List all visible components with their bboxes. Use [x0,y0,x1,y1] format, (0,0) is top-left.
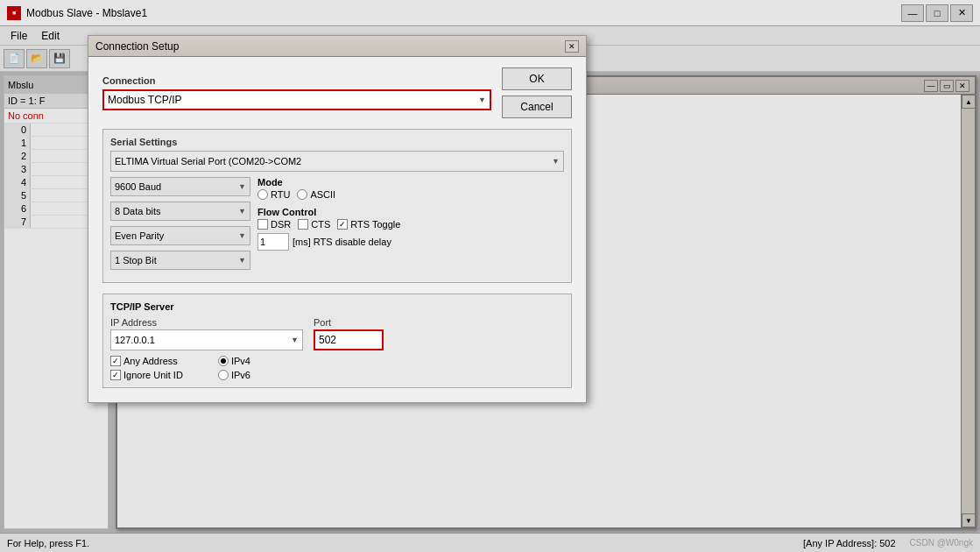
flow-group: Flow Control DSR CTS [257,207,564,251]
dialog-body: Connection Modbus TCP/IP ▼ OK Cancel Ser… [88,57,586,399]
rts-row: [ms] RTS disable delay [257,233,564,251]
data-bits-dropdown[interactable]: 8 Data bits ▼ [110,202,250,221]
dialog-close-icon[interactable]: ✕ [565,40,579,53]
parity-value: Even Parity [115,230,164,241]
flow-control-label: Flow Control [257,207,564,217]
baud-arrow: ▼ [238,182,246,191]
stop-bit-dropdown[interactable]: 1 Stop Bit ▼ [110,251,250,270]
ipv4-radio[interactable] [218,356,229,366]
tcpip-server-label: TCP/IP Server [110,301,564,312]
data-bits-arrow: ▼ [238,207,246,216]
stop-bit-arrow: ▼ [238,256,246,265]
cts-item[interactable]: CTS [298,219,330,230]
serial-settings-row: 9600 Baud ▼ 8 Data bits ▼ Even Parity ▼ [110,177,564,270]
cancel-button[interactable]: Cancel [502,96,572,118]
port-col: Port 502 [314,317,384,350]
serial-col-left: 9600 Baud ▼ 8 Data bits ▼ Even Parity ▼ [110,177,250,270]
any-address-label: Any Address [123,356,178,366]
ipv6-label: IPv6 [231,370,250,380]
connection-group: Connection Modbus TCP/IP ▼ [102,75,491,110]
rts-toggle-checkbox[interactable] [337,219,348,230]
rts-toggle-label: RTS Toggle [350,219,400,230]
cts-checkbox[interactable] [298,219,308,230]
tcpip-row: IP Address 127.0.0.1 ▼ Port 502 [110,317,564,350]
ok-button[interactable]: OK [502,67,572,90]
cts-label: CTS [311,219,330,230]
connection-label: Connection [102,75,491,86]
any-address-checkbox[interactable] [110,356,121,366]
port-label: Port [314,317,384,328]
connection-dropdown-arrow: ▼ [478,96,486,104]
ip-address-value: 127.0.0.1 [115,335,155,345]
stop-bit-value: 1 Stop Bit [115,255,157,265]
connection-value: Modbus TCP/IP [108,94,181,106]
ascii-radio[interactable] [297,189,307,200]
rtu-label: RTU [271,189,290,200]
any-address-item[interactable]: Any Address [110,356,183,366]
serial-port-arrow: ▼ [552,157,560,166]
rts-toggle-item[interactable]: RTS Toggle [337,219,400,230]
dialog-title: Connection Setup [95,40,179,53]
ok-cancel-group: OK Cancel [502,67,572,118]
checkbox-options: Any Address Ignore Unit ID [110,356,183,380]
dialog-overlay: Connection Setup ✕ Connection Modbus TCP… [0,0,980,552]
ipv4-label: IPv4 [231,356,250,366]
dsr-item[interactable]: DSR [257,219,291,230]
serial-settings-box: Serial Settings ELTIMA Virtual Serial Po… [102,129,572,283]
parity-dropdown[interactable]: Even Parity ▼ [110,226,250,245]
ignore-unit-id-label: Ignore Unit ID [123,370,183,380]
baud-dropdown[interactable]: 9600 Baud ▼ [110,177,250,196]
baud-value: 9600 Baud [115,181,161,192]
mode-label: Mode [257,177,564,188]
serial-port-value: ELTIMA Virtual Serial Port (COM20->COM2 [115,156,301,166]
ipv6-radio-item[interactable]: IPv6 [218,370,250,380]
connection-dropdown[interactable]: Modbus TCP/IP ▼ [102,89,491,110]
dsr-checkbox[interactable] [257,219,268,230]
ipv-radio-options: IPv4 IPv6 [218,356,250,380]
ignore-unit-id-item[interactable]: Ignore Unit ID [110,370,183,380]
rtu-radio[interactable] [257,189,268,200]
rtu-radio-item[interactable]: RTU [257,189,290,200]
serial-col-right: Mode RTU ASCII [257,177,564,256]
connection-setup-dialog: Connection Setup ✕ Connection Modbus TCP… [88,35,587,403]
ascii-label: ASCII [310,189,335,200]
connection-row: Connection Modbus TCP/IP ▼ OK Cancel [102,67,572,118]
mode-radio-row: RTU ASCII [257,189,564,200]
dsr-label: DSR [271,219,291,230]
serial-settings-label: Serial Settings [110,137,564,147]
ip-address-dropdown[interactable]: 127.0.0.1 ▼ [110,329,303,350]
rts-delay-label: [ms] RTS disable delay [293,237,391,247]
tcpip-server-box: TCP/IP Server IP Address 127.0.0.1 ▼ Por… [102,294,572,388]
dialog-title-bar: Connection Setup ✕ [88,36,586,57]
ip-address-label: IP Address [110,317,303,328]
ip-dropdown-arrow: ▼ [291,336,299,344]
flow-checkbox-row: DSR CTS RTS Toggle [257,219,564,230]
rts-delay-input[interactable] [257,233,289,251]
parity-arrow: ▼ [238,231,246,240]
data-bits-value: 8 Data bits [115,206,161,216]
mode-group: Mode RTU ASCII [257,177,564,200]
ip-address-col: IP Address 127.0.0.1 ▼ [110,317,303,350]
ipv6-radio[interactable] [218,370,229,380]
ignore-unit-id-checkbox[interactable] [110,370,121,380]
ascii-radio-item[interactable]: ASCII [297,189,335,200]
port-value: 502 [319,334,336,346]
port-input[interactable]: 502 [314,329,384,350]
serial-port-dropdown[interactable]: ELTIMA Virtual Serial Port (COM20->COM2 … [110,151,564,172]
ipv4-radio-item[interactable]: IPv4 [218,356,250,366]
